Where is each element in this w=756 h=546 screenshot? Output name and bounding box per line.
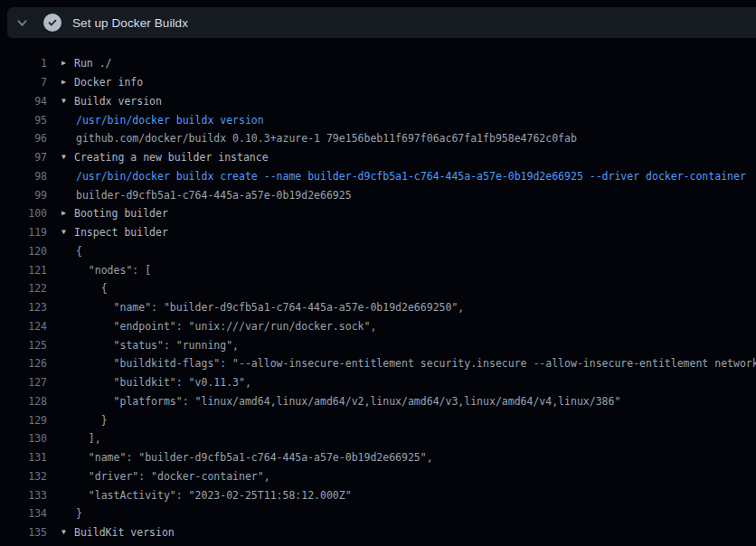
line-number[interactable]: 123 [0,301,47,314]
line-number[interactable]: 99 [0,189,47,202]
line-number[interactable]: 119 [0,226,47,239]
log-line: 134} [0,504,756,523]
output-text: ], [61,432,101,445]
line-number[interactable]: 96 [0,132,47,145]
group-title: BuildKit version [74,526,175,539]
output-text: github.com/docker/buildx 0.10.3+azure-1 … [61,132,577,145]
group-title: Inspect builder [74,226,168,239]
log-line: 121 "nodes": [ [0,260,756,279]
log-line: 127 "buildkit": "v0.11.3", [0,373,756,392]
group-title: Docker info [74,76,143,89]
log-lines-container: 1▶Run ./7▶Docker info94▼Buildx version95… [0,54,756,546]
line-number[interactable]: 128 [0,395,47,408]
line-number[interactable]: 7 [0,76,47,89]
line-number[interactable]: 97 [0,151,47,164]
line-number[interactable]: 127 [0,376,47,389]
line-number[interactable]: 133 [0,489,47,502]
log-line: 128 "platforms": "linux/amd64,linux/amd6… [0,392,756,411]
log-line: 120{ [0,242,756,261]
triangle-right-icon: ▶ [61,59,74,67]
check-circle-icon [43,14,61,32]
output-text: "status": "running", [61,339,239,352]
line-number[interactable]: 130 [0,432,47,445]
log-line: 129 } [0,410,756,429]
output-text: "name": "builder-d9cfb5a1-c764-445a-a57e… [61,301,464,314]
output-text: "platforms": "linux/amd64,linux/amd64/v2… [61,395,620,408]
output-text: "name": "builder-d9cfb5a1-c764-445a-a57e… [61,451,433,464]
output-text: "lastActivity": "2023-02-25T11:58:12.000… [61,489,352,502]
line-number[interactable]: 132 [0,470,47,483]
line-number[interactable]: 125 [0,339,47,352]
log-group-header[interactable]: 135▼BuildKit version [0,523,756,542]
line-number[interactable]: 129 [0,414,47,427]
group-title: Run ./ [74,57,112,70]
log-line: 136builder-d9cfb5a1-c764-445a-a57e-0b19d… [0,542,756,546]
triangle-down-icon: ▼ [61,153,74,161]
log-line: 131 "name": "builder-d9cfb5a1-c764-445a-… [0,448,756,467]
line-number[interactable]: 1 [0,57,47,70]
line-number[interactable]: 122 [0,282,47,295]
step-title: Set up Docker Buildx [72,16,188,30]
output-text: { [61,245,82,258]
line-number[interactable]: 98 [0,170,47,183]
log-line: 126 "buildkitd-flags": "--allow-insecure… [0,354,756,373]
triangle-right-icon: ▶ [61,78,74,86]
chevron-down-icon[interactable] [7,17,36,29]
log-group-header[interactable]: 7▶Docker info [0,73,756,92]
log-line: 96github.com/docker/buildx 0.10.3+azure-… [0,129,756,148]
output-text: } [61,507,82,520]
line-number[interactable]: 94 [0,95,47,108]
line-number[interactable]: 131 [0,451,47,464]
output-text: } [61,414,108,427]
output-text: { [61,282,108,295]
log-group-header[interactable]: 94▼Buildx version [0,92,756,111]
log-group-header[interactable]: 100▶Booting builder [0,204,756,223]
log-line: 98/usr/bin/docker buildx create --name b… [0,167,756,186]
output-text: builder-d9cfb5a1-c764-445a-a57e-0b19d2e6… [61,189,352,202]
triangle-right-icon: ▶ [61,209,74,217]
log-line: 123 "name": "builder-d9cfb5a1-c764-445a-… [0,298,756,317]
log-group-header[interactable]: 119▼Inspect builder [0,223,756,242]
triangle-down-icon: ▼ [61,228,74,236]
output-text: "endpoint": "unix:///var/run/docker.sock… [61,320,376,333]
command-text: /usr/bin/docker buildx create --name bui… [61,170,746,183]
command-text: /usr/bin/docker buildx version [61,114,264,127]
line-number[interactable]: 126 [0,357,47,370]
group-title: Booting builder [74,207,168,220]
step-header[interactable]: Set up Docker Buildx [7,7,756,38]
log-line: 95/usr/bin/docker buildx version [0,110,756,129]
triangle-down-icon: ▼ [61,528,74,536]
log-line: 132 "driver": "docker-container", [0,467,756,486]
output-text: "buildkitd-flags": "--allow-insecure-ent… [61,357,756,370]
line-number[interactable]: 120 [0,245,47,258]
line-number[interactable]: 134 [0,507,47,520]
actions-log-viewer: { "header": { "title": "Set up Docker Bu… [0,0,756,546]
log-group-header[interactable]: 1▶Run ./ [0,54,756,73]
line-number[interactable]: 124 [0,320,47,333]
log-line: 99builder-d9cfb5a1-c764-445a-a57e-0b19d2… [0,185,756,204]
log-line: 130 ], [0,429,756,448]
line-number[interactable]: 95 [0,114,47,127]
log-group-header[interactable]: 97▼Creating a new builder instance [0,148,756,167]
line-number[interactable]: 121 [0,264,47,277]
log-line: 124 "endpoint": "unix:///var/run/docker.… [0,317,756,336]
group-title: Creating a new builder instance [74,151,269,164]
line-number[interactable]: 100 [0,207,47,220]
triangle-down-icon: ▼ [61,97,74,105]
output-text: "buildkit": "v0.11.3", [61,376,251,389]
group-title: Buildx version [74,95,162,108]
output-text: "nodes": [ [61,264,151,277]
log-line: 125 "status": "running", [0,335,756,354]
line-number[interactable]: 135 [0,526,47,539]
log-line: 133 "lastActivity": "2023-02-25T11:58:12… [0,485,756,504]
output-text: "driver": "docker-container", [61,470,270,483]
log-line: 122 { [0,279,756,298]
